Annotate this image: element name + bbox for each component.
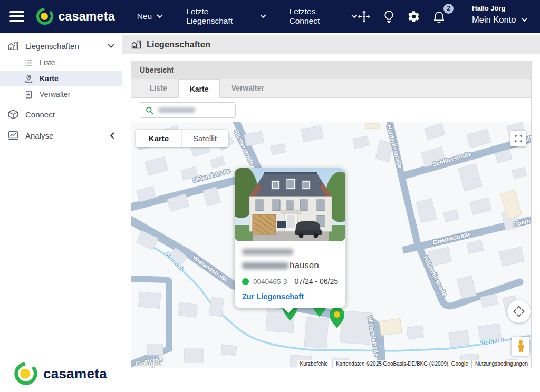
main-content: Liegenschaften Übersicht Liste Karte Ver… <box>122 33 540 392</box>
tab-liste[interactable]: Liste <box>139 79 178 97</box>
property-info-card: hausen 0040465-3 07/24 - 06/25 Zur Liege… <box>235 168 345 308</box>
property-id: 0040465-3 <box>253 278 287 286</box>
list-icon <box>24 58 33 67</box>
property-card-body: hausen 0040465-3 07/24 - 06/25 Zur Liege… <box>235 241 345 308</box>
sidebar-item-verwalter[interactable]: Verwalter <box>0 86 122 102</box>
building-house-icon <box>131 39 142 50</box>
sidebar-item-label: Verwalter <box>40 90 114 99</box>
sidebar-footer-logo: casameta <box>14 361 107 386</box>
tab-verwalter[interactable]: Verwalter <box>220 79 275 97</box>
address-line1-redacted <box>242 249 293 255</box>
map-type-satellit-button[interactable]: Satellit <box>182 130 228 147</box>
sidebar-item-analyse[interactable]: Analyse <box>0 126 122 144</box>
sidebar-item-karte[interactable]: Karte <box>0 71 122 86</box>
pan-arrows-icon <box>507 300 531 323</box>
map-pin-icon <box>24 74 33 83</box>
chevron-down-icon <box>351 14 358 18</box>
document-card-icon <box>24 90 33 99</box>
google-watermark: Google <box>136 359 161 367</box>
chevron-down-icon <box>108 44 114 48</box>
sidebar-item-label: Karte <box>40 74 114 83</box>
navbar-brand-logo[interactable]: casameta <box>36 7 115 25</box>
page-header: Liegenschaften <box>122 35 540 54</box>
menu-neu[interactable]: Neu <box>137 12 163 21</box>
sidebar: Liegenschaften Liste Karte Verwa <box>0 33 122 392</box>
keyboard-shortcuts-link[interactable]: Kurzbefehle <box>297 360 331 368</box>
line-chart-icon <box>7 130 19 141</box>
property-photo <box>235 168 345 241</box>
account-label: Mein Konto <box>472 15 516 25</box>
map-type-karte-button[interactable]: Karte <box>136 130 182 147</box>
pan-control[interactable] <box>507 300 531 323</box>
sidebar-item-label: Liegenschaften <box>25 42 101 51</box>
lightbulb-icon[interactable] <box>383 10 394 23</box>
property-meta-row: 0040465-3 07/24 - 06/25 <box>242 277 338 286</box>
brand-name: casameta <box>43 366 107 382</box>
sidebar-item-label: Analyse <box>25 131 103 140</box>
map-data-attribution: Kartendaten ©2025 GeoBasis-DE/BKG (©2009… <box>333 360 471 368</box>
fullscreen-button[interactable] <box>510 131 526 146</box>
chevron-left-icon <box>110 132 114 139</box>
billing-period: 07/24 - 06/25 <box>294 277 338 286</box>
move-tool-icon[interactable] <box>358 10 371 23</box>
navbar-icons: 2 <box>358 10 445 23</box>
fullscreen-icon <box>514 134 523 143</box>
zur-liegenschaft-link[interactable]: Zur Liegenschaft <box>242 292 338 301</box>
status-dot <box>242 278 249 285</box>
map-type-control: Karte Satellit <box>136 130 228 147</box>
tab-karte[interactable]: Karte <box>178 79 220 98</box>
sidebar-item-label: Connect <box>25 110 114 119</box>
greeting-text: Hallo Jörg <box>472 4 531 12</box>
brand-name: casameta <box>59 9 115 24</box>
bell-icon[interactable]: 2 <box>433 10 445 23</box>
terms-link[interactable]: Nutzungsbedingungen <box>471 360 531 368</box>
search-query-redacted <box>158 107 195 113</box>
casameta-logo-icon <box>14 361 38 386</box>
menu-letzte-liegenschaft[interactable]: Letzte Liegenschaft <box>186 7 266 26</box>
search-icon <box>146 106 153 114</box>
address-line2: hausen <box>242 260 338 271</box>
building-house-icon <box>7 40 19 52</box>
navbar-menu: Neu Letzte Liegenschaft Letztes Connect <box>137 7 358 26</box>
pegman-button[interactable] <box>512 337 529 356</box>
casameta-logo-icon <box>36 7 54 25</box>
sidebar-item-liegenschaften[interactable]: Liegenschaften <box>0 37 122 55</box>
sidebar-item-label: Liste <box>40 58 114 67</box>
cube-icon <box>7 109 19 120</box>
sidebar-item-liste[interactable]: Liste <box>0 55 122 71</box>
hamburger-menu-icon[interactable] <box>9 11 24 22</box>
top-navbar: casameta Neu Letzte Liegenschaft Letztes… <box>0 0 540 33</box>
chevron-down-icon <box>157 14 163 18</box>
chevron-down-icon <box>521 17 528 22</box>
panel-title: Übersicht <box>131 61 531 79</box>
pegman-icon <box>516 340 525 352</box>
address-line2-redacted <box>242 262 288 269</box>
map-attribution: Kurzbefehle Kartendaten ©2025 GeoBasis-D… <box>297 360 531 368</box>
gear-icon[interactable] <box>407 10 420 23</box>
search-toolbar <box>131 98 531 122</box>
page-title: Liegenschaften <box>147 40 210 50</box>
sidebar-item-connect[interactable]: Connect <box>0 105 122 123</box>
menu-letztes-connect[interactable]: Letztes Connect <box>290 7 358 26</box>
search-input[interactable] <box>140 102 236 118</box>
map-canvas[interactable]: Silcherstraße Uhlandstraße Schillerstraß… <box>131 122 531 368</box>
address-visible-suffix: hausen <box>290 260 319 271</box>
tab-bar: Liste Karte Verwalter <box>131 79 531 98</box>
uebersicht-panel: Übersicht Liste Karte Verwalter <box>131 61 532 368</box>
notification-badge: 2 <box>443 4 454 14</box>
account-menu[interactable]: Hallo Jörg Mein Konto <box>458 0 540 33</box>
chevron-down-icon <box>260 14 266 18</box>
